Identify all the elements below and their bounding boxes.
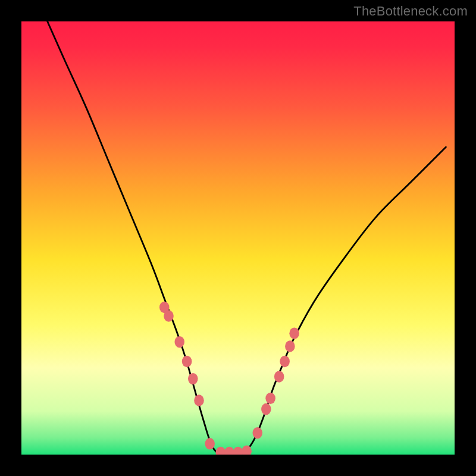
curve-marker	[182, 356, 192, 367]
gradient-background	[21, 21, 455, 455]
bottleneck-chart	[0, 0, 476, 476]
curve-marker	[274, 371, 284, 382]
curve-marker	[280, 356, 290, 367]
chart-container: TheBottleneck.com	[0, 0, 476, 476]
curve-marker	[261, 403, 271, 415]
curve-marker	[252, 427, 262, 439]
curve-marker	[265, 393, 275, 404]
curve-marker	[164, 310, 174, 321]
curve-marker	[188, 373, 198, 384]
curve-marker	[289, 327, 299, 339]
curve-marker	[174, 336, 184, 347]
curve-marker	[205, 438, 215, 449]
curve-marker	[194, 394, 204, 406]
watermark-text: TheBottleneck.com	[353, 4, 468, 19]
curve-marker	[285, 340, 295, 352]
